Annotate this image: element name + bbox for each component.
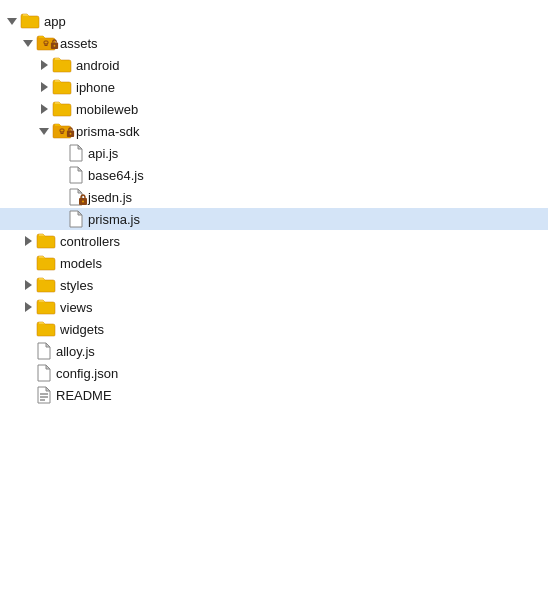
folder-icon xyxy=(52,101,72,117)
disclosure-README xyxy=(20,387,36,403)
folder-icon xyxy=(52,57,72,73)
tree-item-mobileweb[interactable]: mobileweb xyxy=(0,98,548,120)
disclosure-android[interactable] xyxy=(36,57,52,73)
tree-item-config.json[interactable]: config.json xyxy=(0,362,548,384)
tree-item-styles[interactable]: styles xyxy=(0,274,548,296)
item-label-assets: assets xyxy=(60,36,98,51)
item-label-prisma-sdk: prisma-sdk xyxy=(76,124,140,139)
folder-icon xyxy=(52,79,72,95)
item-label-android: android xyxy=(76,58,119,73)
item-label-views: views xyxy=(60,300,93,315)
item-label-config.json: config.json xyxy=(56,366,118,381)
item-label-models: models xyxy=(60,256,102,271)
tree-item-models[interactable]: models xyxy=(0,252,548,274)
item-label-README: README xyxy=(56,388,112,403)
svg-point-4 xyxy=(54,45,56,47)
item-label-app: app xyxy=(44,14,66,29)
file-icon xyxy=(68,144,84,162)
disclosure-assets[interactable] xyxy=(20,35,36,51)
disclosure-base64.js xyxy=(52,167,68,183)
tree-item-controllers[interactable]: controllers xyxy=(0,230,548,252)
folder-lock-badge-icon xyxy=(50,37,59,52)
folder-icon xyxy=(36,277,56,293)
item-label-iphone: iphone xyxy=(76,80,115,95)
lock-badge-icon xyxy=(78,193,88,208)
file-icon xyxy=(68,166,84,184)
svg-point-11 xyxy=(82,201,84,203)
file-icon xyxy=(36,364,52,382)
tree-item-base64.js[interactable]: base64.js xyxy=(0,164,548,186)
tree-item-prisma-sdk[interactable]: prisma-sdk xyxy=(0,120,548,142)
item-label-widgets: widgets xyxy=(60,322,104,337)
file-icon xyxy=(36,342,52,360)
folder-icon xyxy=(20,13,40,29)
disclosure-styles[interactable] xyxy=(20,277,36,293)
tree-item-android[interactable]: android xyxy=(0,54,548,76)
disclosure-prisma.js xyxy=(52,211,68,227)
tree-item-alloy.js[interactable]: alloy.js xyxy=(0,340,548,362)
folder-lock-badge-icon xyxy=(66,125,75,140)
tree-item-README[interactable]: README xyxy=(0,384,548,406)
tree-item-assets[interactable]: assets xyxy=(0,32,548,54)
tree-item-jsedn.js[interactable]: jsedn.js xyxy=(0,186,548,208)
svg-point-9 xyxy=(70,133,72,135)
item-label-mobileweb: mobileweb xyxy=(76,102,138,117)
disclosure-mobileweb[interactable] xyxy=(36,101,52,117)
tree-item-prisma.js[interactable]: prisma.js xyxy=(0,208,548,230)
disclosure-iphone[interactable] xyxy=(36,79,52,95)
item-label-prisma.js: prisma.js xyxy=(88,212,140,227)
disclosure-widgets xyxy=(20,321,36,337)
file-icon xyxy=(68,210,84,228)
item-label-controllers: controllers xyxy=(60,234,120,249)
disclosure-app[interactable] xyxy=(4,13,20,29)
svg-point-2 xyxy=(45,43,46,44)
disclosure-models xyxy=(20,255,36,271)
item-label-alloy.js: alloy.js xyxy=(56,344,95,359)
tree-item-views[interactable]: views xyxy=(0,296,548,318)
file-lines-icon xyxy=(36,386,52,404)
item-label-api.js: api.js xyxy=(88,146,118,161)
disclosure-config.json xyxy=(20,365,36,381)
disclosure-jsedn.js xyxy=(52,189,68,205)
disclosure-controllers[interactable] xyxy=(20,233,36,249)
file-tree: app assets android iphone mobileweb xyxy=(0,0,548,416)
disclosure-prisma-sdk[interactable] xyxy=(36,123,52,139)
tree-item-app[interactable]: app xyxy=(0,10,548,32)
disclosure-alloy.js xyxy=(20,343,36,359)
item-label-base64.js: base64.js xyxy=(88,168,144,183)
tree-item-widgets[interactable]: widgets xyxy=(0,318,548,340)
folder-icon xyxy=(36,255,56,271)
item-label-jsedn.js: jsedn.js xyxy=(88,190,132,205)
folder-icon xyxy=(36,299,56,315)
item-label-styles: styles xyxy=(60,278,93,293)
folder-icon xyxy=(36,233,56,249)
tree-item-iphone[interactable]: iphone xyxy=(0,76,548,98)
svg-point-7 xyxy=(61,131,62,132)
disclosure-api.js xyxy=(52,145,68,161)
folder-icon xyxy=(36,321,56,337)
tree-item-api.js[interactable]: api.js xyxy=(0,142,548,164)
disclosure-views[interactable] xyxy=(20,299,36,315)
